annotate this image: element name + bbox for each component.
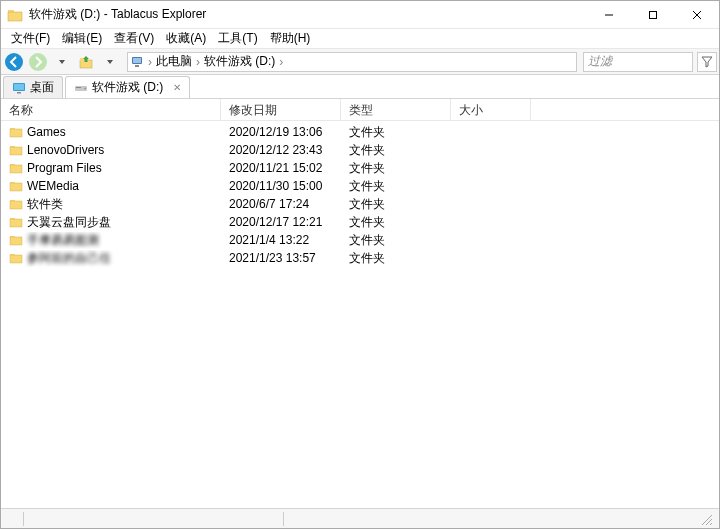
- titlebar: 软件游戏 (D:) - Tablacus Explorer: [1, 1, 719, 29]
- chevron-right-icon: ›: [146, 55, 154, 69]
- svg-point-17: [84, 87, 86, 89]
- drive-icon: [74, 81, 88, 95]
- file-name: 参阿前的自己任: [27, 250, 111, 267]
- tab-label: 桌面: [30, 79, 54, 96]
- address-bar[interactable]: › 此电脑 › 软件游戏 (D:) ›: [127, 52, 577, 72]
- table-row[interactable]: Program Files2020/11/21 15:02文件夹: [1, 159, 719, 177]
- table-row[interactable]: WEMedia2020/11/30 15:00文件夹: [1, 177, 719, 195]
- folder-icon: [9, 215, 23, 229]
- cell-type: 文件夹: [341, 142, 451, 159]
- folder-icon: [9, 197, 23, 211]
- status-segment: [24, 512, 284, 526]
- table-row[interactable]: Games2020/12/19 13:06文件夹: [1, 123, 719, 141]
- folder-icon: [9, 179, 23, 193]
- cell-name: WEMedia: [1, 179, 221, 193]
- close-button[interactable]: [675, 1, 719, 28]
- menu-file[interactable]: 文件(F): [5, 28, 56, 49]
- svg-rect-12: [135, 65, 139, 67]
- column-header-name[interactable]: 名称: [1, 99, 221, 120]
- svg-rect-1: [8, 12, 22, 21]
- file-name: 软件类: [27, 196, 63, 213]
- toolbar: › 此电脑 › 软件游戏 (D:) › 过滤: [1, 49, 719, 75]
- svg-rect-20: [10, 129, 22, 137]
- folder-icon: [9, 125, 23, 139]
- cell-date: 2021/1/23 13:57: [221, 251, 341, 265]
- history-dropdown-button[interactable]: [51, 51, 73, 73]
- file-name: Games: [27, 125, 66, 139]
- cell-date: 2020/11/21 15:02: [221, 161, 341, 175]
- menu-tools[interactable]: 工具(T): [212, 28, 263, 49]
- cell-type: 文件夹: [341, 178, 451, 195]
- app-icon: [7, 7, 23, 23]
- svg-rect-28: [10, 201, 22, 209]
- cell-type: 文件夹: [341, 196, 451, 213]
- maximize-button[interactable]: [631, 1, 675, 28]
- forward-button[interactable]: [27, 51, 49, 73]
- svg-rect-14: [14, 84, 24, 90]
- cell-date: 2020/11/30 15:00: [221, 179, 341, 193]
- minimize-button[interactable]: [587, 1, 631, 28]
- file-name: Program Files: [27, 161, 102, 175]
- column-header-date[interactable]: 修改日期: [221, 99, 341, 120]
- computer-icon: [130, 55, 144, 69]
- folder-icon: [9, 143, 23, 157]
- svg-rect-18: [76, 87, 81, 88]
- file-list[interactable]: Games2020/12/19 13:06文件夹LenovoDrivers202…: [1, 121, 719, 508]
- svg-rect-34: [10, 255, 22, 263]
- svg-point-7: [29, 53, 47, 71]
- tab-strip: 桌面 软件游戏 (D:) ✕: [1, 75, 719, 99]
- filter-input[interactable]: 过滤: [583, 52, 693, 72]
- status-segment: [7, 512, 24, 526]
- cell-name: LenovoDrivers: [1, 143, 221, 157]
- column-header-type[interactable]: 类型: [341, 99, 451, 120]
- table-row[interactable]: 参阿前的自己任2021/1/23 13:57文件夹: [1, 249, 719, 267]
- cell-name: Games: [1, 125, 221, 139]
- table-row[interactable]: 手摩易易图测2021/1/4 13:22文件夹: [1, 231, 719, 249]
- up-button[interactable]: [75, 51, 97, 73]
- statusbar: [1, 508, 719, 528]
- cell-name: Program Files: [1, 161, 221, 175]
- tab-label: 软件游戏 (D:): [92, 79, 163, 96]
- svg-rect-22: [10, 147, 22, 155]
- table-row[interactable]: LenovoDrivers2020/12/12 23:43文件夹: [1, 141, 719, 159]
- cell-type: 文件夹: [341, 160, 451, 177]
- column-header-size[interactable]: 大小: [451, 99, 531, 120]
- menu-view[interactable]: 查看(V): [108, 28, 160, 49]
- tab-drive-d[interactable]: 软件游戏 (D:) ✕: [65, 76, 190, 98]
- toolbar-dropdown-button[interactable]: [99, 51, 121, 73]
- folder-icon: [9, 161, 23, 175]
- cell-name: 天翼云盘同步盘: [1, 214, 221, 231]
- chevron-right-icon: ›: [277, 55, 285, 69]
- filter-button[interactable]: [697, 52, 717, 72]
- cell-name: 手摩易易图测: [1, 232, 221, 249]
- menu-favorites[interactable]: 收藏(A): [160, 28, 212, 49]
- svg-rect-32: [10, 237, 22, 245]
- column-header-row: 名称 修改日期 类型 大小: [1, 99, 719, 121]
- file-name: LenovoDrivers: [27, 143, 104, 157]
- breadcrumb-current[interactable]: 软件游戏 (D:): [202, 53, 277, 70]
- svg-rect-15: [17, 92, 21, 94]
- cell-date: 2020/12/19 13:06: [221, 125, 341, 139]
- file-name: WEMedia: [27, 179, 79, 193]
- cell-type: 文件夹: [341, 250, 451, 267]
- cell-date: 2020/12/17 12:21: [221, 215, 341, 229]
- breadcrumb-root[interactable]: 此电脑: [154, 53, 194, 70]
- table-row[interactable]: 软件类2020/6/7 17:24文件夹: [1, 195, 719, 213]
- cell-type: 文件夹: [341, 214, 451, 231]
- svg-rect-24: [10, 165, 22, 173]
- table-row[interactable]: 天翼云盘同步盘2020/12/17 12:21文件夹: [1, 213, 719, 231]
- folder-icon: [9, 233, 23, 247]
- cell-name: 软件类: [1, 196, 221, 213]
- menu-edit[interactable]: 编辑(E): [56, 28, 108, 49]
- folder-icon: [9, 251, 23, 265]
- tab-close-icon[interactable]: ✕: [173, 82, 181, 93]
- resize-grip-icon[interactable]: [699, 512, 713, 526]
- cell-date: 2020/6/7 17:24: [221, 197, 341, 211]
- svg-rect-3: [650, 11, 657, 18]
- back-button[interactable]: [3, 51, 25, 73]
- cell-date: 2021/1/4 13:22: [221, 233, 341, 247]
- tab-desktop[interactable]: 桌面: [3, 76, 63, 98]
- menu-help[interactable]: 帮助(H): [264, 28, 317, 49]
- svg-point-6: [5, 53, 23, 71]
- menubar: 文件(F) 编辑(E) 查看(V) 收藏(A) 工具(T) 帮助(H): [1, 29, 719, 49]
